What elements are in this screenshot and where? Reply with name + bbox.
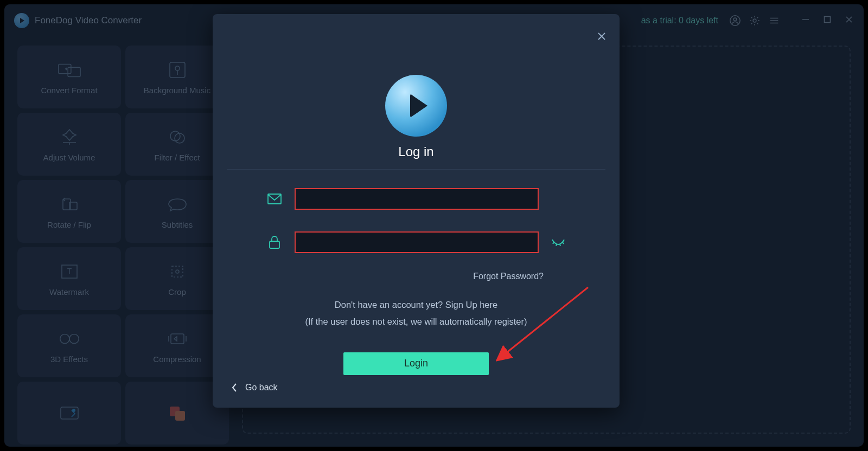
- email-input[interactable]: [295, 188, 539, 210]
- modal-title: Log in: [213, 144, 620, 159]
- show-password-icon[interactable]: [551, 238, 566, 247]
- password-input[interactable]: [295, 231, 539, 253]
- modal-logo-icon: [385, 75, 447, 137]
- go-back-label: Go back: [245, 383, 278, 392]
- auto-register-note: (If the user does not exist, we will aut…: [213, 313, 620, 330]
- lock-icon: [266, 235, 283, 249]
- svg-rect-24: [270, 241, 279, 248]
- modal-close-button[interactable]: [596, 30, 608, 42]
- go-back-button[interactable]: Go back: [231, 383, 278, 392]
- divider: [227, 169, 605, 170]
- forgot-password-link[interactable]: Forgot Password?: [213, 272, 544, 281]
- login-modal: Log in Forgot Password? Don't have an ac…: [213, 14, 620, 408]
- email-icon: [266, 194, 283, 204]
- login-button[interactable]: Login: [343, 352, 489, 375]
- svg-rect-23: [268, 194, 281, 204]
- signup-text[interactable]: Don't have an account yet? Sign Up here: [213, 297, 620, 313]
